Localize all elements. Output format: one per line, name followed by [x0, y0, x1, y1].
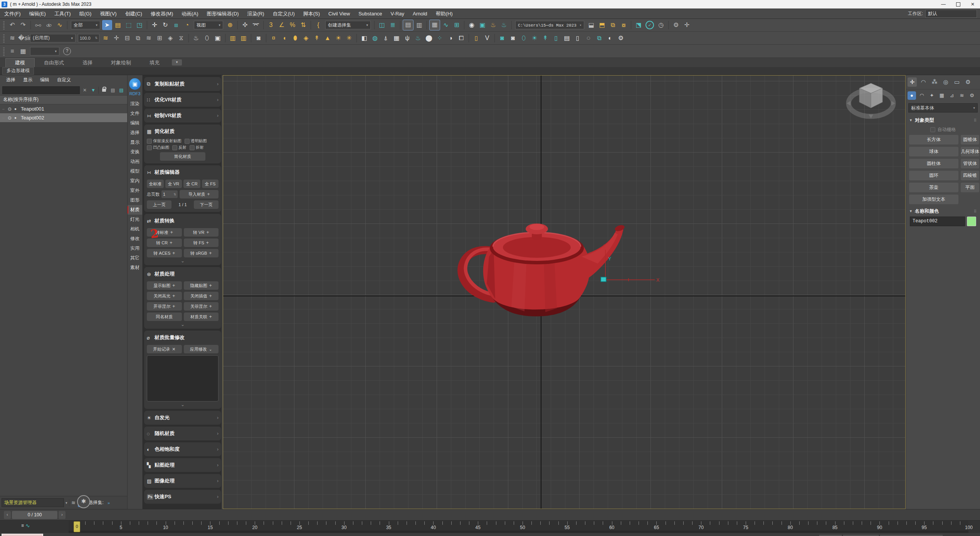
- fire-icon[interactable]: ♨: [413, 33, 423, 43]
- rdf-tab-0[interactable]: 渲染: [128, 99, 142, 109]
- rdf-tab-10[interactable]: 图形: [128, 195, 142, 205]
- snap-toggle-3d-icon[interactable]: 3: [266, 20, 276, 30]
- convert-button-5[interactable]: 转 sRGB+: [184, 249, 219, 257]
- rdf-tab-15[interactable]: 实用: [128, 244, 142, 253]
- rdf-tab-6[interactable]: 动画: [128, 157, 142, 166]
- menu-item-5[interactable]: 创建(C): [121, 9, 146, 18]
- primitive-button-7[interactable]: 四棱锥: [961, 171, 979, 180]
- ribbon-tab-4[interactable]: 填充: [140, 59, 169, 67]
- rdf-tab-17[interactable]: 素材: [128, 263, 142, 272]
- sphere-light-icon[interactable]: ⬮: [290, 33, 300, 43]
- collapsed-row[interactable]: ∷优化VR材质›: [147, 94, 219, 106]
- egg-create-icon[interactable]: ⬯: [202, 33, 212, 43]
- flat-list-icon[interactable]: ▤: [109, 87, 116, 93]
- menu-item-6[interactable]: 修改器(M): [146, 9, 178, 18]
- light-doc-icon[interactable]: ▥: [228, 33, 238, 43]
- rdf-tab-14[interactable]: 修改: [128, 234, 142, 244]
- batch-render-icon[interactable]: ⧉: [608, 20, 618, 30]
- menu-item-15[interactable]: Arnold: [408, 9, 432, 18]
- collapse-chevron-icon[interactable]: ⌄: [147, 403, 219, 408]
- collapsed-row[interactable]: ◌随机材质›: [147, 428, 219, 439]
- angle-snap-icon[interactable]: ∠: [277, 20, 287, 30]
- balls-icon[interactable]: ⁘: [435, 33, 445, 43]
- ribbon-tab-1[interactable]: 自由形式: [35, 59, 73, 67]
- named-selection-sets-icon[interactable]: {: [313, 20, 323, 30]
- perspective-viewport[interactable]: Z Y X: [223, 75, 906, 509]
- unlink-selection-icon[interactable]: ⧞: [44, 20, 54, 30]
- simplify-material-button[interactable]: 简化材质: [160, 152, 205, 161]
- object-name-field[interactable]: Teapot002: [910, 217, 965, 226]
- next-frame-button[interactable]: ›: [59, 511, 66, 519]
- minimize-button[interactable]: —: [936, 0, 951, 8]
- import-material-button[interactable]: 导入材质+: [180, 190, 219, 198]
- prev-page-button[interactable]: 上一页: [147, 200, 171, 209]
- spinner-snap-icon[interactable]: ⇅: [298, 20, 308, 30]
- table-row[interactable]: –⊙●Teapot001: [0, 104, 127, 113]
- primitive-button-0[interactable]: 长方体: [909, 135, 958, 145]
- vray-doc3-icon[interactable]: ▯: [573, 33, 583, 43]
- current-frame-marker[interactable]: 0: [74, 521, 80, 532]
- hierarchy-view-icon[interactable]: ▤: [118, 87, 125, 93]
- tab-display[interactable]: ▭: [952, 77, 962, 87]
- collapsed-row[interactable]: ◐色相饱和度›: [147, 444, 219, 455]
- rdf-logo-icon[interactable]: ▣: [129, 78, 141, 90]
- add-layer-icon[interactable]: ✛: [111, 33, 121, 43]
- menu-item-4[interactable]: 视图(V): [96, 9, 121, 18]
- category-cameras[interactable]: ▦: [938, 91, 946, 100]
- prev-frame-button[interactable]: ‹: [4, 511, 11, 519]
- category-lights[interactable]: ✦: [928, 91, 936, 100]
- checkbox-item[interactable]: 透明贴图: [185, 138, 207, 144]
- collapsed-row[interactable]: ▨图像处理›: [147, 475, 219, 487]
- collapsed-row[interactable]: ▚贴图处理›: [147, 459, 219, 471]
- editor-quad-button-2[interactable]: 全 CR: [183, 180, 200, 188]
- paste-layer-icon[interactable]: ≋: [144, 33, 154, 43]
- named-sets-dropdown[interactable]: 创建选择集▾: [325, 21, 371, 29]
- process-button-3[interactable]: 关闭插值+: [184, 292, 219, 300]
- explorer-sort-header[interactable]: 名称(按升序排序): [0, 95, 127, 104]
- layer-stack-icon[interactable]: ≋: [7, 33, 17, 43]
- menu-item-12[interactable]: Civil View: [324, 9, 354, 18]
- explorer-menu-3[interactable]: 自定义: [53, 77, 75, 83]
- ribbon-tab-3[interactable]: 对象绘制: [102, 59, 140, 67]
- process-button-4[interactable]: 开菲涅尔+: [147, 302, 182, 311]
- visibility-eye-icon[interactable]: ⊙: [8, 115, 14, 121]
- checkbox-item[interactable]: 反射: [172, 145, 187, 150]
- tower-icon[interactable]: ⍋: [381, 33, 391, 43]
- chevron-down-icon[interactable]: ▾: [66, 501, 67, 505]
- sphere-white-icon[interactable]: ⬤: [424, 33, 434, 43]
- ribbon-tab-2[interactable]: 选择: [73, 59, 102, 67]
- grass-icon[interactable]: ψ: [402, 33, 412, 43]
- help-icon[interactable]: ?: [63, 47, 71, 55]
- schematic-view-icon[interactable]: ⊞: [452, 20, 462, 30]
- menu-item-1[interactable]: 编辑(E): [25, 9, 50, 18]
- name-color-rollout-header[interactable]: ▼ 名称和颜色 ⠿: [908, 207, 978, 216]
- process-button-7[interactable]: 材质关联+: [184, 313, 219, 321]
- vray-sun-icon[interactable]: ☀: [530, 33, 540, 43]
- primitive-button-6[interactable]: 圆环: [909, 171, 958, 180]
- project-path-dropdown[interactable]: C:\Users\15⋯ds Max 2023▾: [515, 21, 584, 29]
- apply-modify-button[interactable]: 应用修改⌄: [184, 345, 219, 353]
- tab-motion[interactable]: ◎: [941, 77, 950, 87]
- use-pivot-center-icon[interactable]: ⊕: [225, 20, 235, 30]
- mini-dropdown[interactable]: ▾: [30, 47, 59, 55]
- vray-bulb2-icon[interactable]: ⚙: [616, 33, 626, 43]
- explorer-menu-1[interactable]: 显示: [19, 77, 36, 83]
- vray-doc1-icon[interactable]: ▯: [551, 33, 561, 43]
- selection-filter-dropdown[interactable]: 全部▾: [71, 21, 100, 29]
- lock-icon[interactable]: [102, 89, 106, 92]
- primitive-button-9[interactable]: 平面: [961, 183, 979, 192]
- settings-wrench-icon[interactable]: ⚙: [671, 20, 681, 30]
- rdf-tab-4[interactable]: 显示: [128, 138, 142, 147]
- render-production-icon[interactable]: ♨: [499, 20, 509, 30]
- process-button-1[interactable]: 隐藏贴图+: [184, 281, 219, 290]
- history-clock-icon[interactable]: ◷: [656, 20, 666, 30]
- sphere-helper-icon[interactable]: ◍: [370, 33, 380, 43]
- primitive-button-5[interactable]: 管状体: [961, 159, 979, 168]
- category-shapes[interactable]: ◠: [918, 91, 926, 100]
- select-and-move-icon[interactable]: ✛: [150, 20, 160, 30]
- collapsed-row[interactable]: ⧉复制粘贴材质›: [147, 78, 219, 90]
- batch-record-listbox[interactable]: [147, 355, 219, 402]
- tab-create[interactable]: ✛: [908, 77, 917, 87]
- rect-selection-region-icon[interactable]: ⬚: [124, 20, 134, 30]
- convert-button-2[interactable]: 转 CR+: [147, 239, 182, 247]
